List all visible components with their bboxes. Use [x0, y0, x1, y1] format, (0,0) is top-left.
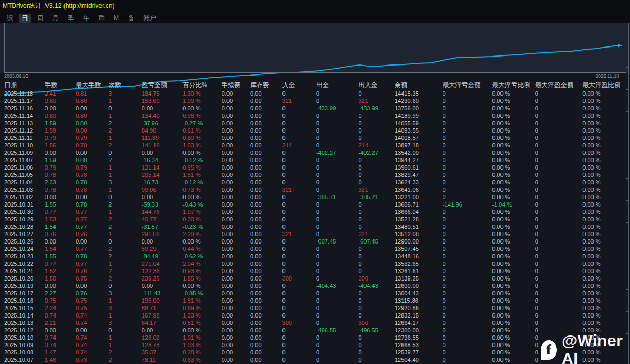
- column-header[interactable]: 最大浮盈金额: [535, 81, 583, 90]
- cell: 0.00 %: [582, 149, 630, 156]
- column-header[interactable]: 最大浮盈比例: [582, 81, 630, 90]
- cell: 0: [108, 282, 141, 290]
- column-header[interactable]: 日期: [4, 81, 45, 90]
- cell: -402.27: [316, 149, 359, 156]
- table-body: 2025.11.182.410.813184.751.30 %0.000.000…: [4, 90, 630, 363]
- cell: 0: [358, 304, 394, 312]
- menu-item-账户[interactable]: 账户: [141, 14, 159, 23]
- table-row[interactable]: 2025.10.071.460.73278.110.63 %0.000.0000…: [4, 356, 630, 363]
- column-header[interactable]: 余额: [395, 81, 443, 90]
- table-row[interactable]: 2025.10.190.000.0000.000.00 %0.000.000-4…: [4, 282, 630, 290]
- table-row[interactable]: 2025.10.081.470.74235.370.28 %0.000.0000…: [4, 349, 630, 356]
- table-row[interactable]: 2025.11.170.800.801153.601.09 %0.000.003…: [4, 97, 630, 105]
- cell: 0.00: [222, 119, 250, 127]
- table-row[interactable]: 2025.10.160.750.751195.001.51 %0.000.000…: [4, 297, 630, 304]
- cell: 0.77: [45, 260, 76, 267]
- table-row[interactable]: 2025.10.172.270.763-111.43-0.85 %0.000.0…: [4, 290, 630, 297]
- table-row[interactable]: 2025.10.132.210.74364.170.51 %0.000.0030…: [4, 319, 630, 326]
- cell: 2025.10.17: [4, 290, 45, 297]
- column-header[interactable]: 入金: [282, 81, 316, 90]
- table-row[interactable]: 2025.10.152.240.75388.710.69 %0.000.0000…: [4, 304, 630, 312]
- table-row[interactable]: 2025.10.231.550.782-84.49-0.62 %0.000.00…: [4, 253, 630, 260]
- table-row[interactable]: 2025.11.182.410.813184.751.30 %0.000.000…: [4, 90, 630, 97]
- column-header[interactable]: 手续费: [222, 81, 250, 90]
- table-row[interactable]: 2025.11.050.780.781205.141.51 %0.000.000…: [4, 171, 630, 179]
- menu-item-月[interactable]: 月: [50, 14, 61, 23]
- table-row[interactable]: 2025.11.042.330.783-16.73-0.12 %0.000.00…: [4, 179, 630, 186]
- cell: 13261.61: [395, 267, 443, 275]
- table-row[interactable]: 2025.11.071.590.802-16.34-0.12 %0.000.00…: [4, 156, 630, 164]
- cell: 111.39: [142, 134, 183, 142]
- menu-item-备[interactable]: 备: [125, 14, 137, 23]
- table-row[interactable]: 2025.11.060.790.791131.140.95 %0.000.000…: [4, 164, 630, 171]
- table-row[interactable]: 2025.11.121.590.80284.980.61 %0.000.0000…: [4, 127, 630, 134]
- cell: 0: [443, 275, 492, 282]
- table-row[interactable]: 2025.10.220.770.771271.042.04 %0.000.000…: [4, 260, 630, 267]
- menu-item-M[interactable]: M: [111, 14, 122, 23]
- menu-item-年[interactable]: 年: [80, 14, 92, 23]
- table-row[interactable]: 2025.10.120.000.0000.000.00 %0.000.000-4…: [4, 326, 630, 334]
- cell: 0.76: [76, 267, 108, 275]
- menu-item-日[interactable]: 日: [19, 14, 31, 23]
- cell: 0.00 %: [582, 253, 630, 260]
- cell: 0.80: [45, 97, 76, 105]
- table-row[interactable]: 2025.11.131.590.802-37.96-0.27 %0.000.00…: [4, 119, 630, 127]
- cell: 0.00: [250, 112, 282, 119]
- table-row[interactable]: 2025.10.260.000.0000.000.00 %0.000.000-6…: [4, 238, 630, 245]
- facebook-icon: f: [541, 340, 557, 360]
- column-header[interactable]: 手数: [45, 81, 76, 90]
- scrollbar[interactable]: [626, 23, 629, 364]
- cell: 0: [282, 297, 316, 304]
- table-row[interactable]: 2025.10.090.740.741128.781.03 %0.000.000…: [4, 341, 630, 349]
- table-row[interactable]: 2025.10.211.520.762122.360.93 %0.000.000…: [4, 267, 630, 275]
- column-header[interactable]: 库存费: [250, 81, 282, 90]
- column-header[interactable]: 出入金: [358, 81, 394, 90]
- table-row[interactable]: 2025.10.100.740.741128.021.01 %0.000.000…: [4, 334, 630, 341]
- cell: 13139.25: [395, 275, 443, 282]
- column-header[interactable]: 最大手数: [76, 81, 108, 90]
- table-row[interactable]: 2025.10.300.770.771144.761.07 %0.000.000…: [4, 208, 630, 216]
- menu-item-币[interactable]: 币: [96, 14, 107, 23]
- table-row[interactable]: 2025.11.101.560.782141.181.03 %0.000.002…: [4, 142, 630, 149]
- cell: 0.63 %: [182, 356, 221, 363]
- table-row[interactable]: 2025.10.291.530.77240.770.30 %0.000.0000…: [4, 216, 630, 223]
- cell: 0: [282, 282, 316, 290]
- menu-item-综[interactable]: 综: [4, 14, 15, 23]
- cell: 0.00: [222, 282, 250, 290]
- column-header[interactable]: 最大浮亏金额: [443, 81, 492, 90]
- cell: -16.73: [142, 179, 183, 186]
- cell: 0: [443, 142, 492, 149]
- cell: 14189.99: [395, 112, 443, 119]
- table-row[interactable]: 2025.11.090.000.0000.000.00 %0.000.000-4…: [4, 149, 630, 156]
- menu-item-周[interactable]: 周: [34, 14, 46, 23]
- cell: 0.78: [76, 253, 108, 260]
- table-row[interactable]: 2025.11.140.800.801134.400.96 %0.000.000…: [4, 112, 630, 119]
- column-header[interactable]: 出金: [316, 81, 359, 90]
- cell: 0: [535, 245, 583, 253]
- menu-item-季[interactable]: 季: [65, 14, 77, 23]
- cell: 0: [443, 179, 492, 186]
- cell: 2.27: [45, 290, 76, 297]
- cell: 13512.08: [395, 230, 443, 238]
- table-row[interactable]: 2025.10.201.500.752239.251.85 %0.000.003…: [4, 275, 630, 282]
- column-header[interactable]: 次数: [108, 81, 141, 90]
- cell: -0.43 %: [182, 201, 221, 208]
- table-row[interactable]: 2025.10.270.760.761291.082.20 %0.000.003…: [4, 230, 630, 238]
- cell: 2025.11.14: [4, 112, 45, 119]
- column-header[interactable]: 盈亏金额: [142, 81, 183, 90]
- table-row[interactable]: 2025.11.110.790.791111.390.80 %0.000.000…: [4, 134, 630, 142]
- table-row[interactable]: 2025.10.311.550.782-59.33-0.43 %0.000.00…: [4, 201, 630, 208]
- table-row[interactable]: 2025.11.020.000.0000.000.00 %0.000.000-3…: [4, 193, 630, 201]
- cell: 0: [316, 297, 359, 304]
- table-row[interactable]: 2025.11.030.780.78199.060.73 %0.000.0032…: [4, 186, 630, 193]
- cell: 321: [282, 186, 316, 193]
- table-row[interactable]: 2025.10.241.540.77259.290.44 %0.000.0000…: [4, 245, 630, 253]
- column-header[interactable]: 最大浮亏比例: [492, 81, 535, 90]
- table-row[interactable]: 2025.10.140.740.741167.981.33 %0.000.000…: [4, 312, 630, 319]
- cell: 0: [316, 156, 359, 164]
- column-header[interactable]: 百分比%: [182, 81, 221, 90]
- cell: 0: [282, 223, 316, 230]
- table-row[interactable]: 2025.10.281.540.772-31.57-0.23 %0.000.00…: [4, 223, 630, 230]
- table-row[interactable]: 2025.11.160.000.0000.000.00 %0.000.000-4…: [4, 105, 630, 112]
- cell: 0: [443, 156, 492, 164]
